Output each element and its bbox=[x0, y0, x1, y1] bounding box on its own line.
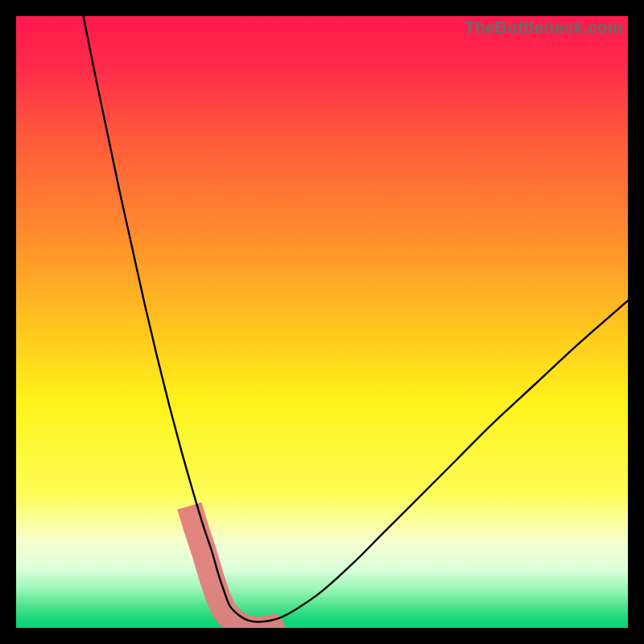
chart-background-gradient bbox=[16, 16, 628, 628]
chart-plot-area: TheBottleneck.com bbox=[16, 16, 628, 628]
chart-frame: TheBottleneck.com bbox=[0, 0, 644, 644]
chart-svg bbox=[16, 16, 628, 628]
watermark-text: TheBottleneck.com bbox=[464, 18, 623, 37]
